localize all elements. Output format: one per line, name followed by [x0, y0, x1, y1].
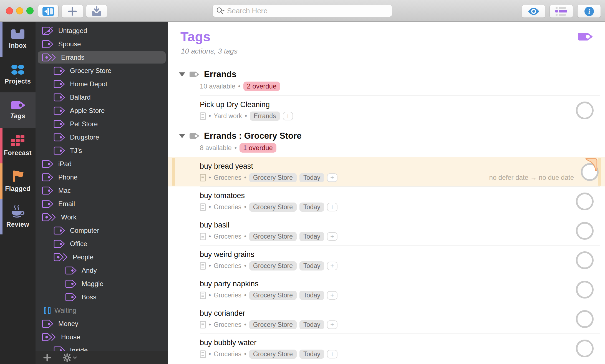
close-button[interactable]: [6, 7, 13, 14]
inspector-button[interactable]: i: [577, 5, 601, 18]
tag-row-home-depot[interactable]: Home Depot: [36, 77, 168, 91]
tag-row-waiting[interactable]: Waiting: [36, 304, 168, 317]
task-row[interactable]: buy bubbly water • Groceries • Grocery S…: [200, 333, 600, 363]
tag-pill[interactable]: Grocery Store: [249, 350, 297, 359]
search-field[interactable]: [212, 5, 392, 17]
complete-checkbox[interactable]: [576, 340, 594, 357]
add-tag-pill-button[interactable]: +: [327, 203, 337, 211]
tag-pill[interactable]: Today: [299, 232, 324, 241]
tag-pill[interactable]: Today: [299, 261, 324, 271]
tag-icon: [53, 79, 66, 89]
view-options-button[interactable]: [549, 5, 573, 18]
tag-row-errands[interactable]: Errands: [36, 51, 168, 64]
tag-pill[interactable]: Grocery Store: [249, 232, 297, 241]
tag-row-money[interactable]: Money: [36, 317, 168, 330]
add-tag-pill-button[interactable]: +: [327, 320, 337, 329]
complete-checkbox[interactable]: [576, 222, 594, 240]
tag-label: Ballard: [70, 93, 91, 101]
task-row[interactable]: Pick up Dry Cleaning • Yard work • Erran…: [200, 95, 600, 125]
complete-checkbox[interactable]: [576, 251, 594, 269]
tag-row-office[interactable]: Office: [36, 237, 168, 251]
tag-row-ipad[interactable]: iPad: [36, 157, 168, 171]
task-row[interactable]: buy tomatoes • Groceries • Grocery Store…: [200, 186, 600, 216]
search-input[interactable]: [226, 6, 389, 16]
tag-row-computer[interactable]: Computer: [36, 224, 168, 237]
inbox-color-strip: [0, 21, 2, 57]
tag-row-people[interactable]: People: [36, 251, 168, 264]
task-row-selected[interactable]: buy bread yeast • Groceries • Grocery St…: [168, 157, 605, 186]
tag-pill[interactable]: Today: [299, 350, 324, 359]
tag-pill[interactable]: Grocery Store: [249, 261, 297, 271]
complete-checkbox[interactable]: [576, 102, 594, 119]
coffee-cup-icon: [10, 205, 26, 218]
tag-pill[interactable]: Grocery Store: [249, 291, 297, 300]
perspective-inbox[interactable]: Inbox: [0, 21, 36, 57]
note-icon: [200, 321, 206, 328]
clean-up-button[interactable]: [86, 5, 107, 18]
tag-label: Computer: [70, 227, 99, 234]
note-icon: [200, 112, 206, 120]
tag-pill[interactable]: Today: [299, 203, 324, 212]
perspective-tags[interactable]: Tags: [0, 92, 36, 128]
tag-row-grocery-store[interactable]: Grocery Store: [36, 64, 168, 77]
complete-checkbox[interactable]: [576, 281, 594, 299]
perspective-forecast[interactable]: Forecast: [0, 128, 36, 163]
tags-icon: [10, 100, 26, 110]
tag-pill[interactable]: Today: [299, 173, 324, 182]
tag-pill[interactable]: Today: [299, 291, 324, 300]
complete-checkbox[interactable]: [576, 193, 594, 210]
tag-label: Boss: [82, 293, 96, 301]
add-tag-pill-button[interactable]: +: [327, 291, 337, 300]
task-row[interactable]: buy weird grains • Groceries • Grocery S…: [200, 245, 600, 275]
zoom-button[interactable]: [26, 7, 34, 14]
add-tag-pill-button[interactable]: +: [327, 173, 337, 182]
svg-text:i: i: [588, 8, 590, 15]
tag-row-work[interactable]: Work: [36, 211, 168, 224]
disclosure-triangle-icon[interactable]: [179, 72, 185, 77]
add-item-button[interactable]: [62, 5, 83, 18]
search-icon: [216, 7, 225, 15]
gear-menu-button[interactable]: [63, 353, 77, 362]
tag-row-ballard[interactable]: Ballard: [36, 91, 168, 104]
perspective-flagged[interactable]: Flagged: [0, 163, 36, 199]
section-counts: 10 available • 2 overdue: [168, 82, 605, 91]
tag-row-boss[interactable]: Boss: [36, 290, 168, 304]
task-row-overdue[interactable]: Get more cat food • Cat Maintenance • Gr…: [200, 363, 600, 364]
tag-row-drugstore[interactable]: Drugstore: [36, 131, 168, 144]
task-row[interactable]: buy coriander • Groceries • Grocery Stor…: [200, 304, 600, 333]
tag-row-house[interactable]: House: [36, 330, 168, 344]
tag-pill[interactable]: Grocery Store: [249, 173, 297, 182]
tag-pill[interactable]: Errands: [250, 112, 280, 121]
add-tag-pill-button[interactable]: +: [327, 262, 337, 270]
tag-row-andy[interactable]: Andy: [36, 264, 168, 277]
perspective-projects[interactable]: Projects: [0, 57, 36, 92]
tag-pill[interactable]: Grocery Store: [249, 320, 297, 329]
minimize-button[interactable]: [16, 7, 23, 14]
complete-checkbox[interactable]: [576, 310, 594, 328]
note-icon: [200, 174, 206, 181]
tag-row-tjs[interactable]: TJ’s: [36, 144, 168, 157]
tag-row-pet-store[interactable]: Pet Store: [36, 117, 168, 131]
tag-row-phone[interactable]: Phone: [36, 171, 168, 184]
task-row[interactable]: buy party napkins • Groceries • Grocery …: [200, 275, 600, 304]
task-row[interactable]: buy basil • Groceries • Grocery Store To…: [200, 216, 600, 245]
tag-row-spouse[interactable]: Spouse: [36, 37, 168, 51]
tag-row-mac[interactable]: Mac: [36, 184, 168, 197]
add-tag-pill-button[interactable]: +: [327, 232, 337, 241]
tag-row-email[interactable]: Email: [36, 197, 168, 211]
overdue-badge: 2 overdue: [243, 82, 280, 91]
toggle-sidebar-button[interactable]: [38, 5, 59, 18]
tag-pill[interactable]: Today: [299, 320, 324, 329]
tag-pill[interactable]: Grocery Store: [249, 203, 297, 212]
selection-strip-left: [172, 158, 175, 186]
view-eye-button[interactable]: [522, 5, 545, 18]
tag-row-apple-store[interactable]: Apple Store: [36, 104, 168, 117]
add-tag-pill-button[interactable]: +: [283, 112, 293, 120]
tag-row-untagged[interactable]: Untagged: [36, 24, 168, 37]
add-tag-pill-button[interactable]: +: [327, 350, 337, 358]
disclosure-triangle-icon[interactable]: [179, 134, 185, 138]
add-tag-button[interactable]: [43, 354, 51, 362]
perspective-review[interactable]: Review: [0, 199, 36, 234]
tag-label: Work: [61, 213, 77, 221]
tag-row-maggie[interactable]: Maggie: [36, 277, 168, 290]
